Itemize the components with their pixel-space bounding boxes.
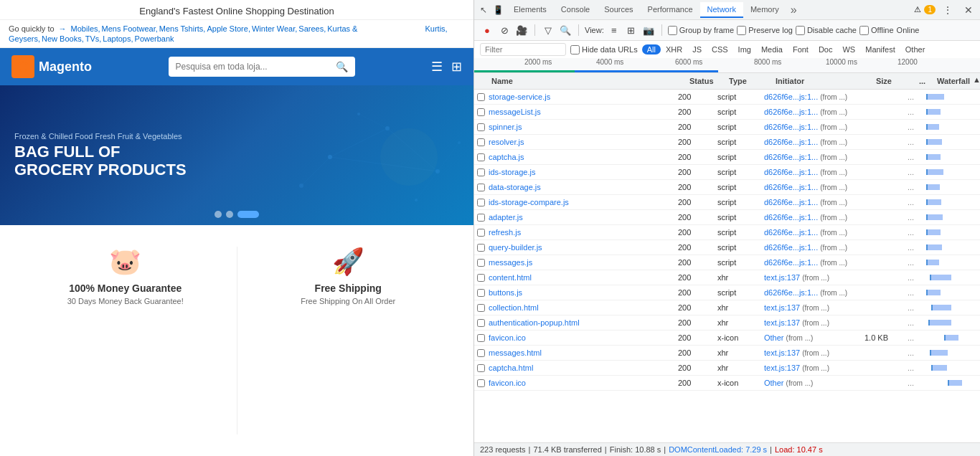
disable-cache-input[interactable] [796,26,805,35]
cell-initiator-13[interactable]: d626f6e...js:1... (from ...) [761,287,862,298]
cell-more-12[interactable]: ... [905,272,923,283]
hide-data-urls-input[interactable] [570,45,580,54]
cell-initiator-19[interactable]: Other (from ...) [761,377,862,389]
search-button[interactable]: 🔍 [558,23,573,37]
nav-link-footwear[interactable]: Mens Footwear, [102,24,158,33]
cell-more-14[interactable]: ... [905,302,923,313]
cell-initiator-8[interactable]: d626f6e...js:1... (from ...) [761,212,862,223]
preserve-log-input[interactable] [737,26,746,35]
cell-initiator-7[interactable]: d626f6e...js:1... (from ...) [761,196,862,208]
table-row[interactable]: query-builder.js 200 script d626f6e...js… [474,240,980,255]
row-checkbox-18[interactable] [474,363,486,374]
row-checkbox-16[interactable] [474,333,486,343]
row-checkbox-7[interactable] [474,197,486,208]
row-checkbox-10[interactable] [474,242,486,253]
row-checkbox-5[interactable] [474,167,486,178]
nav-link-mobiles[interactable]: Mobiles, [71,24,100,33]
tab-memory[interactable]: Memory [743,2,786,18]
nav-link-sarees[interactable]: Sarees, [298,24,326,33]
table-row[interactable]: ids-storage-compare.js 200 script d626f6… [474,195,980,210]
cell-more-7[interactable]: ... [905,196,923,208]
cell-more-6[interactable]: ... [905,181,923,193]
table-row[interactable]: data-storage.js 200 script d626f6e...js:… [474,180,980,195]
row-checkbox-17[interactable] [474,348,486,358]
table-row[interactable]: spinner.js 200 script d626f6e...js:1... … [474,120,980,135]
table-row[interactable]: favicon.ico 200 x-icon Other (from ...) … [474,331,980,346]
disable-cache-checkbox[interactable]: Disable cache [796,26,857,35]
cell-more-2[interactable]: ... [905,121,923,133]
tab-elements[interactable]: Elements [507,2,554,18]
nav-link-tvs[interactable]: TVs, [85,34,102,43]
cell-initiator-0[interactable]: d626f6e...js:1... (from ...) [761,91,862,103]
cell-more-17[interactable]: ... [905,347,923,358]
cell-more-19[interactable]: ... [905,377,923,389]
header-status[interactable]: Status [687,75,726,87]
dot-3-active[interactable] [237,211,259,218]
type-ws-button[interactable]: WS [837,44,860,54]
hide-data-urls-checkbox[interactable]: Hide data URLs [570,45,638,54]
devtools-cursor-icon[interactable]: ↖ [477,5,490,15]
header-more[interactable]: ... [916,75,934,87]
header-waterfall[interactable]: Waterfall [934,75,973,87]
cell-more-3[interactable]: ... [905,136,923,148]
cell-initiator-14[interactable]: text.js:137 (from ...) [761,302,862,313]
tab-sources[interactable]: Sources [597,2,640,18]
cell-more-13[interactable]: ... [905,287,923,298]
row-checkbox-11[interactable] [474,257,486,268]
row-checkbox-19[interactable] [474,378,486,389]
table-row[interactable]: captcha.html 200 xhr text.js:137 (from .… [474,361,980,376]
table-row[interactable]: content.html 200 xhr text.js:137 (from .… [474,270,980,285]
row-checkbox-8[interactable] [474,212,486,223]
type-manifest-button[interactable]: Manifest [860,44,900,54]
cell-more-10[interactable]: ... [905,242,923,253]
more-tabs-button[interactable]: » [786,4,801,16]
type-font-button[interactable]: Font [788,44,814,54]
nav-link-winter[interactable]: Winter Wear, [252,24,297,33]
tab-performance[interactable]: Performance [641,2,700,18]
type-img-button[interactable]: Img [733,44,756,54]
table-row[interactable]: buttons.js 200 script d626f6e...js:1... … [474,285,980,300]
cell-initiator-17[interactable]: text.js:137 (from ...) [761,347,862,358]
cell-initiator-9[interactable]: d626f6e...js:1... (from ...) [761,227,862,238]
table-row[interactable]: messages.js 200 script d626f6e...js:1...… [474,255,980,270]
type-css-button[interactable]: CSS [707,44,733,54]
row-checkbox-2[interactable] [474,122,486,133]
type-all-button[interactable]: All [642,44,661,54]
group-by-frame-checkbox[interactable]: Group by frame [668,26,734,35]
table-row[interactable]: adapter.js 200 script d626f6e...js:1... … [474,210,980,225]
group-by-frame-input[interactable] [668,26,677,35]
table-row[interactable]: authentication-popup.html 200 xhr text.j… [474,315,980,331]
devtools-device-icon[interactable]: 📱 [490,5,507,15]
offline-checkbox[interactable]: Offline [859,26,894,35]
cell-more-5[interactable]: ... [905,166,923,178]
table-row[interactable]: collection.html 200 xhr text.js:137 (fro… [474,300,980,315]
tab-network[interactable]: Network [700,2,743,18]
cell-initiator-5[interactable]: d626f6e...js:1... (from ...) [761,166,862,178]
row-checkbox-4[interactable] [474,152,486,163]
row-checkbox-0[interactable] [474,92,486,103]
table-row[interactable]: refresh.js 200 script d626f6e...js:1... … [474,225,980,240]
nav-link-kurtis[interactable]: Kurtis, [425,24,447,33]
offline-input[interactable] [859,26,869,35]
preserve-log-checkbox[interactable]: Preserve log [737,26,793,35]
header-type[interactable]: Type [726,75,773,87]
nav-link-kurtas[interactable]: Kurtas & [327,24,357,33]
tab-console[interactable]: Console [554,2,597,18]
cell-initiator-16[interactable]: Other (from ...) [761,332,862,343]
devtools-overflow-menu[interactable]: ⋮ [938,4,957,16]
header-name[interactable]: Name [486,75,687,87]
screenshots-button[interactable]: 📷 [641,23,656,37]
list-view-button[interactable]: ≡ [607,23,621,37]
filter-input[interactable] [480,43,566,56]
table-row[interactable]: captcha.js 200 script d626f6e...js:1... … [474,150,980,165]
menu-icon[interactable]: ☰ [431,59,443,75]
cell-initiator-18[interactable]: text.js:137 (from ...) [761,362,862,374]
devtools-close-button[interactable]: ✕ [960,4,977,16]
table-row[interactable]: favicon.ico 200 x-icon Other (from ...) … [474,376,980,391]
camera-button[interactable]: 🎥 [514,23,529,37]
row-checkbox-13[interactable] [474,288,486,298]
table-row[interactable]: ids-storage.js 200 script d626f6e...js:1… [474,165,980,180]
cell-more-11[interactable]: ... [905,257,923,268]
table-row[interactable]: messages.html 200 xhr text.js:137 (from … [474,346,980,361]
cell-initiator-6[interactable]: d626f6e...js:1... (from ...) [761,181,862,193]
